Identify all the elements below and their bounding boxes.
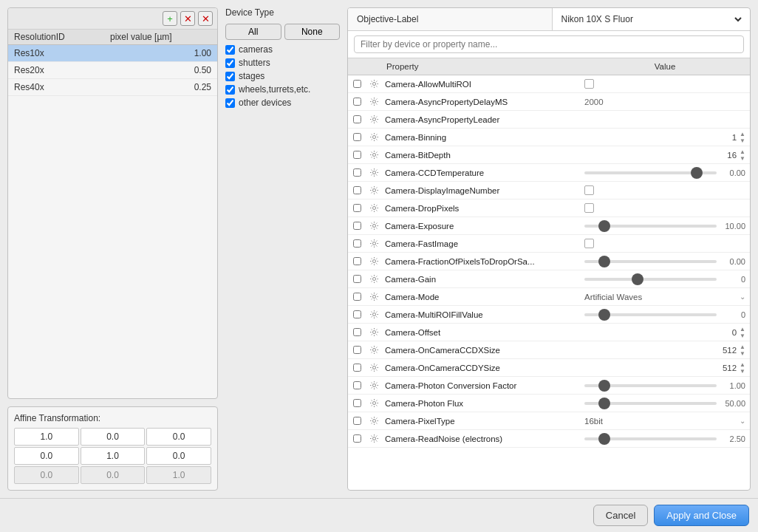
row-select-check[interactable] [348, 168, 366, 177]
row-select-check[interactable] [348, 186, 366, 194]
device-type-checkbox-item[interactable]: stages [225, 71, 340, 81]
row-select-check[interactable] [348, 133, 366, 141]
device-type-checkbox[interactable] [225, 85, 235, 95]
row-select-check[interactable] [348, 257, 366, 265]
slider-container[interactable] [584, 313, 717, 316]
row-select-check[interactable] [348, 293, 366, 301]
affine-cell[interactable]: 1.0 [81, 447, 146, 465]
remove-button[interactable]: ✕ [180, 11, 195, 26]
stepper-arrows[interactable]: ▲▼ [740, 361, 745, 375]
row-select-check[interactable] [348, 346, 366, 354]
table-row[interactable]: Res10x1.00 [8, 45, 217, 62]
value-checkbox[interactable] [584, 79, 594, 89]
row-select-check[interactable] [348, 399, 366, 407]
affine-cell[interactable]: 0.0 [14, 447, 79, 465]
slider-container[interactable] [584, 437, 717, 440]
property-value[interactable]: 50.00 [580, 398, 750, 409]
stepper-down[interactable]: ▼ [740, 155, 745, 162]
property-value[interactable] [580, 78, 750, 90]
row-select-check[interactable] [348, 239, 366, 248]
property-value[interactable] [580, 237, 750, 250]
property-value[interactable] [580, 184, 750, 197]
property-value[interactable]: 0.00 [580, 167, 750, 179]
row-select-check[interactable] [348, 310, 366, 318]
row-select-check[interactable] [348, 80, 366, 88]
row-select-check[interactable] [348, 222, 366, 230]
stepper-down[interactable]: ▼ [740, 368, 745, 375]
stepper-arrows[interactable]: ▲▼ [740, 149, 745, 162]
device-type-checkbox[interactable] [225, 58, 235, 68]
stepper-arrows[interactable]: ▲▼ [740, 344, 745, 357]
stepper-down[interactable]: ▼ [740, 137, 745, 144]
value-checkbox[interactable] [584, 203, 594, 213]
device-type-checkbox[interactable] [225, 98, 235, 108]
affine-cell[interactable]: 0.0 [146, 447, 211, 465]
property-value[interactable]: 0 [580, 273, 750, 285]
row-select-check[interactable] [348, 275, 366, 283]
row-select-check[interactable] [348, 328, 366, 336]
row-select-check[interactable] [348, 434, 366, 443]
slider-container[interactable] [584, 278, 717, 281]
cancel-button[interactable]: Cancel [593, 505, 648, 526]
stepper-arrows[interactable]: ▲▼ [740, 131, 745, 144]
stepper-down[interactable]: ▼ [740, 332, 745, 339]
table-row[interactable]: Res40x0.25 [8, 79, 217, 96]
device-type-checkbox-item[interactable]: shutters [225, 58, 340, 68]
stepper-down[interactable]: ▼ [740, 350, 745, 357]
add-button[interactable]: + [163, 11, 177, 26]
edit-button[interactable]: ✕ [198, 11, 213, 26]
row-select-check[interactable] [348, 417, 366, 425]
stepper-up[interactable]: ▲ [740, 149, 745, 155]
property-value[interactable]: 2.50 [580, 433, 750, 445]
affine-cell[interactable]: 1.0 [14, 428, 79, 446]
value-checkbox[interactable] [584, 239, 594, 248]
table-row[interactable]: Res20x0.50 [8, 62, 217, 79]
stepper-up[interactable]: ▲ [740, 131, 745, 137]
affine-cell[interactable]: 0.0 [81, 428, 146, 446]
none-button[interactable]: None [284, 24, 341, 40]
property-value[interactable]: 0.00 [580, 256, 750, 267]
stepper[interactable]: 16▲▼ [584, 149, 745, 162]
stepper-up[interactable]: ▲ [740, 326, 745, 332]
property-value[interactable]: 1▲▼ [580, 129, 750, 146]
device-type-checkbox-item[interactable]: other devices [225, 98, 340, 108]
apply-close-button[interactable]: Apply and Close [654, 505, 749, 526]
stepper-up[interactable]: ▲ [740, 344, 745, 350]
property-value[interactable] [580, 202, 750, 214]
slider-container[interactable] [584, 225, 717, 228]
property-value[interactable]: 0▲▼ [580, 324, 750, 341]
slider-container[interactable] [584, 171, 717, 174]
objective-select[interactable]: Nikon 10X S Fluor [559, 13, 745, 25]
stepper-arrows[interactable]: ▲▼ [740, 326, 745, 339]
dropdown[interactable]: Artificial Waves⌄ [584, 293, 745, 301]
property-value[interactable]: 16▲▼ [580, 147, 750, 163]
filter-input[interactable] [354, 35, 744, 53]
device-type-checkbox[interactable] [225, 45, 235, 55]
stepper[interactable]: 512▲▼ [584, 344, 745, 357]
all-button[interactable]: All [225, 24, 281, 40]
row-select-check[interactable] [348, 364, 366, 372]
row-select-check[interactable] [348, 98, 366, 106]
dropdown[interactable]: 16bit⌄ [584, 417, 745, 426]
property-value[interactable]: 1.00 [580, 380, 750, 392]
row-select-check[interactable] [348, 151, 366, 159]
affine-cell[interactable]: 0.0 [146, 428, 211, 446]
property-value[interactable]: 512▲▼ [580, 360, 750, 376]
device-type-checkbox[interactable] [225, 72, 235, 81]
slider-container[interactable] [584, 260, 717, 263]
stepper-up[interactable]: ▲ [740, 361, 745, 368]
value-checkbox[interactable] [584, 185, 594, 195]
slider-container[interactable] [584, 402, 717, 405]
property-value[interactable]: 10.00 [580, 220, 750, 232]
row-select-check[interactable] [348, 381, 366, 389]
stepper[interactable]: 1▲▼ [584, 131, 745, 144]
device-type-checkbox-item[interactable]: cameras [225, 44, 340, 55]
row-select-check[interactable] [348, 115, 366, 123]
slider-container[interactable] [584, 384, 717, 387]
stepper[interactable]: 512▲▼ [584, 361, 745, 375]
stepper[interactable]: 0▲▼ [584, 326, 745, 339]
property-value[interactable]: Artificial Waves⌄ [580, 291, 750, 303]
property-value[interactable]: 0 [580, 309, 750, 321]
property-value[interactable]: 512▲▼ [580, 342, 750, 358]
device-type-checkbox-item[interactable]: wheels,turrets,etc. [225, 84, 340, 95]
